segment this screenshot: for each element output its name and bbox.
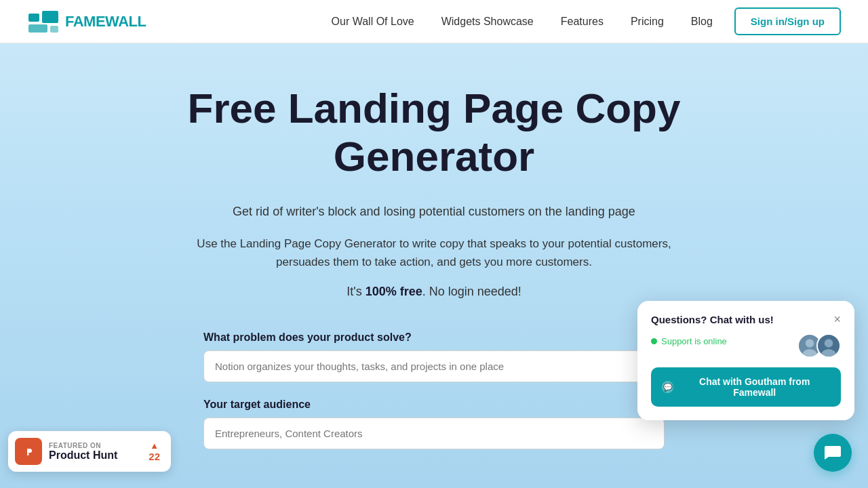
hero-section: Free Landing Page Copy Generator Get rid… <box>0 43 868 488</box>
svg-rect-0 <box>28 14 39 22</box>
problem-field-group: What problem does your product solve? <box>203 331 665 382</box>
chat-btn-label: Chat with Goutham from Famewall <box>679 376 830 398</box>
online-text: Support is online <box>661 336 727 346</box>
audience-input[interactable] <box>203 418 665 449</box>
chat-bubble-button[interactable] <box>814 434 852 472</box>
ph-count: 22 <box>149 451 160 462</box>
ph-name: Product Hunt <box>49 449 117 462</box>
chat-online-status: Support is online <box>651 336 727 346</box>
audience-field-group: Your target audience <box>203 399 665 449</box>
hero-subtitle-2: Use the Landing Page Copy Generator to w… <box>176 235 692 271</box>
problem-label: What problem does your product solve? <box>203 331 665 344</box>
logo-text: FAMEWALL <box>65 13 146 30</box>
navbar: FAMEWALL Our Wall Of Love Widgets Showca… <box>0 0 868 43</box>
hero-free-bold: 100% free <box>366 285 422 298</box>
ph-logo-icon <box>21 444 36 459</box>
svg-rect-11 <box>27 453 29 455</box>
ph-score: ▲ 22 <box>149 441 160 462</box>
hero-title: Free Landing Page Copy Generator <box>129 84 739 181</box>
nav-blog[interactable]: Blog <box>691 16 713 27</box>
svg-point-8 <box>825 339 833 347</box>
svg-point-5 <box>806 339 814 347</box>
logo-link[interactable]: FAMEWALL <box>27 8 146 35</box>
chat-bubble-icon <box>823 443 842 462</box>
audience-label: Your target audience <box>203 399 665 411</box>
hero-free-prefix: It's <box>347 285 365 298</box>
chat-widget-title: Questions? Chat with us! <box>651 314 774 325</box>
ph-arrow-icon: ▲ <box>150 441 159 451</box>
chat-close-button[interactable]: × <box>833 313 841 325</box>
hero-subtitle-1: Get rid of writer's block and losing pot… <box>233 203 635 221</box>
chat-widget-header: Questions? Chat with us! × <box>651 313 841 325</box>
hero-free-suffix: . No login needed! <box>422 285 521 298</box>
ph-text-area: FEATURED ON Product Hunt <box>49 442 117 462</box>
svg-rect-3 <box>50 26 58 33</box>
nav-wall-of-love[interactable]: Our Wall Of Love <box>332 16 414 27</box>
nav-widgets-showcase[interactable]: Widgets Showcase <box>441 16 534 27</box>
chat-widget: Questions? Chat with us! × Support is on… <box>637 301 854 420</box>
signin-button[interactable]: Sign in/Sign up <box>734 7 841 35</box>
online-indicator <box>651 338 657 344</box>
ph-featured-on-label: FEATURED ON <box>49 442 117 449</box>
nav-links: Our Wall Of Love Widgets Showcase Featur… <box>332 16 713 28</box>
svg-rect-1 <box>42 11 58 23</box>
chat-online-row: Support is online <box>651 333 841 358</box>
nav-pricing[interactable]: Pricing <box>631 16 664 27</box>
chat-avatar-2 <box>816 333 841 358</box>
problem-input[interactable] <box>203 350 665 382</box>
chat-btn-icon: 💬 <box>662 381 673 393</box>
product-hunt-badge[interactable]: FEATURED ON Product Hunt ▲ 22 <box>8 431 171 472</box>
hero-free-note: It's 100% free. No login needed! <box>347 285 521 299</box>
product-hunt-icon <box>15 438 42 465</box>
famewall-logo-icon <box>27 8 60 35</box>
chat-start-button[interactable]: 💬 Chat with Goutham from Famewall <box>651 367 841 407</box>
nav-features[interactable]: Features <box>561 16 604 27</box>
chat-avatars <box>797 333 841 358</box>
svg-rect-2 <box>28 24 47 33</box>
generator-form: What problem does your product solve? Yo… <box>203 331 665 466</box>
